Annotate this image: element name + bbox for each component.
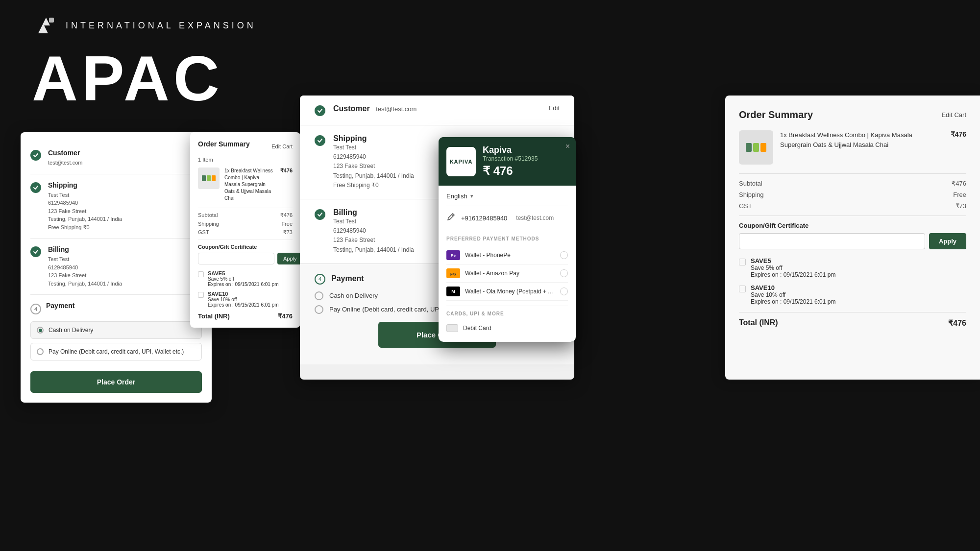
olamoney-check	[560, 287, 568, 295]
place-order-btn-small[interactable]: Place Order	[30, 371, 202, 393]
preferred-payment-title: PREFERRED PAYMENT METHODS	[446, 236, 568, 241]
svg-rect-1	[49, 18, 54, 23]
phonepe-label: Wallet - PhonePe	[465, 252, 555, 259]
osr-total: Total (INR) ₹476	[739, 312, 966, 328]
phonepe-check	[560, 251, 568, 259]
debit-card-label: Debit Card	[463, 325, 568, 332]
customer-check-small	[30, 150, 41, 161]
mid-customer-email: test@test.com	[376, 105, 416, 113]
kapiva-close-icon[interactable]: ×	[565, 142, 570, 151]
checkout-card-small: Customer test@test.com Edit Shipping Tes…	[21, 132, 212, 403]
os-product-price-small: ₹476	[280, 168, 293, 174]
osr-coupon-save5: SAVE5 Save 5% off Expires on : 09/15/202…	[739, 257, 966, 278]
mid-cod-label: Cash on Delivery	[329, 292, 378, 299]
amazonpay-payment-item[interactable]: pay Wallet - Amazon Pay	[446, 264, 568, 283]
kapiva-logo: KAPIVA	[446, 147, 476, 176]
order-summary-right: Order Summary Edit Cart 1x Breakfast Wel…	[725, 96, 980, 380]
kapiva-popup: KAPIVA Kapiva Transaction #512935 ₹ 476 …	[439, 137, 576, 342]
os-edit-small[interactable]: Edit Cart	[271, 144, 293, 149]
coupon-save10-small: SAVE10 Save 10% off Expires on : 09/15/2…	[198, 291, 293, 308]
cash-on-delivery-small[interactable]: Cash on Delivery	[30, 321, 202, 339]
osr-title: Order Summary	[739, 109, 813, 120]
osr-coupon-row: Apply	[739, 233, 966, 249]
header: INTERNATIONAL EXPANSION	[34, 14, 256, 37]
chevron-down-icon: ▾	[470, 193, 473, 199]
amazonpay-label: Wallet - Amazon Pay	[465, 270, 555, 277]
cod-radio-small	[37, 327, 44, 334]
kapiva-header: KAPIVA Kapiva Transaction #512935 ₹ 476 …	[439, 137, 576, 186]
cards-upi-title: CARDS, UPI & MORE	[446, 311, 568, 316]
shipping-title-small: Shipping	[48, 181, 186, 189]
cod-label-small: Cash on Delivery	[49, 327, 93, 334]
billing-section-small: Billing Test Test 6129485940 123 Fake St…	[30, 239, 202, 295]
mid-shipping-check	[315, 135, 325, 146]
osr-apply-btn[interactable]: Apply	[929, 233, 966, 249]
payment-step-small: 4	[30, 304, 41, 314]
os-coupon-row-small: Apply	[198, 253, 293, 264]
kapiva-language-row[interactable]: English ▾	[446, 192, 568, 206]
billing-title-small: Billing	[48, 245, 186, 253]
billing-check-small	[30, 246, 41, 257]
os-title-small: Order Summary	[198, 140, 250, 148]
mid-customer-edit[interactable]: Edit	[549, 104, 560, 112]
shipping-detail-small: Test Test 6129485940 123 Fake Street Tes…	[48, 191, 186, 232]
os-product-img-small	[198, 168, 220, 189]
payment-title-small: Payment	[46, 302, 74, 310]
billing-content-small: Billing Test Test 6129485940 123 Fake St…	[48, 245, 186, 287]
customer-section-small: Customer test@test.com Edit	[30, 142, 202, 174]
osr-save10-checkbox[interactable]	[739, 286, 746, 292]
kapiva-language: English	[446, 192, 467, 200]
payment-section-small: 4 Payment Cash on Delivery Pay Online (D…	[30, 295, 202, 393]
cards-upi-section: CARDS, UPI & MORE Debit Card	[446, 306, 568, 335]
kapiva-body: English ▾ +916129485940 test@test.com PR…	[439, 186, 576, 342]
edit-icon	[446, 213, 456, 223]
os-coupon-label-small: Coupon/Gift Certificate	[198, 244, 293, 250]
svg-marker-0	[38, 18, 50, 33]
customer-email-small: test@test.com	[48, 159, 186, 167]
online-label-small: Pay Online (Debit card, credit card, UPI…	[49, 348, 184, 355]
hero-text: APAC	[32, 47, 223, 110]
kapiva-txn: Transaction #512935	[483, 155, 538, 162]
osr-product-img	[739, 130, 773, 165]
mid-billing-check	[315, 209, 325, 220]
os-header-small: Order Summary Edit Cart	[198, 140, 293, 153]
mid-payment-step: 4	[315, 274, 325, 285]
apply-btn-small[interactable]: Apply	[277, 253, 303, 264]
osr-product-name: 1x Breakfast Wellness Combo | Kapiva Mas…	[780, 130, 944, 149]
osr-product-price: ₹476	[951, 130, 966, 138]
mid-customer-section: Customer test@test.com Edit	[300, 96, 574, 125]
ola-icon: M	[446, 287, 460, 296]
osr-save5-checkbox[interactable]	[739, 259, 746, 265]
mid-customer-title: Customer	[333, 104, 370, 113]
osr-header: Order Summary Edit Cart	[739, 109, 966, 120]
phonepe-payment-item[interactable]: Pe Wallet - PhonePe	[446, 246, 568, 264]
phonepe-icon: Pe	[446, 250, 460, 260]
debit-card-icon	[446, 324, 458, 332]
osr-coupon-label: Coupon/Gift Certificate	[739, 222, 966, 229]
osr-edit[interactable]: Edit Cart	[941, 111, 966, 119]
customer-content-small: Customer test@test.com	[48, 149, 186, 167]
olamoney-label: Wallet - Ola Money (Postpaid + ...	[465, 288, 555, 295]
debit-card-row[interactable]: Debit Card	[446, 321, 568, 335]
shipping-check-small	[30, 182, 41, 193]
osr-coupon-input[interactable]	[739, 233, 925, 249]
kapiva-contact-row: +916129485940 test@test.com	[446, 213, 568, 229]
coupon-input-small[interactable]	[198, 253, 274, 264]
mid-payment-title: Payment	[331, 274, 364, 283]
mid-cod-radio	[315, 291, 323, 300]
logo-icon	[34, 14, 58, 37]
shipping-content-small: Shipping Test Test 6129485940 123 Fake S…	[48, 181, 186, 232]
shipping-section-small: Shipping Test Test 6129485940 123 Fake S…	[30, 174, 202, 239]
kapiva-info: Kapiva Transaction #512935 ₹ 476	[483, 145, 538, 178]
customer-title-small: Customer	[48, 149, 186, 157]
olamoney-payment-item[interactable]: M Wallet - Ola Money (Postpaid + ...	[446, 283, 568, 301]
mid-online-radio	[315, 305, 323, 314]
kapiva-brand: Kapiva	[483, 145, 538, 155]
pay-online-small[interactable]: Pay Online (Debit card, credit card, UPI…	[30, 343, 202, 360]
kapiva-email: test@test.com	[516, 215, 554, 221]
billing-detail-small: Test Test 6129485940 123 Fake Street Tes…	[48, 255, 186, 287]
kapiva-phone: +916129485940	[461, 215, 507, 222]
mid-customer-check	[315, 105, 325, 116]
osr-coupon-save10: SAVE10 Save 10% off Expires on : 09/15/2…	[739, 284, 966, 305]
header-title: INTERNATIONAL EXPANSION	[66, 21, 256, 31]
